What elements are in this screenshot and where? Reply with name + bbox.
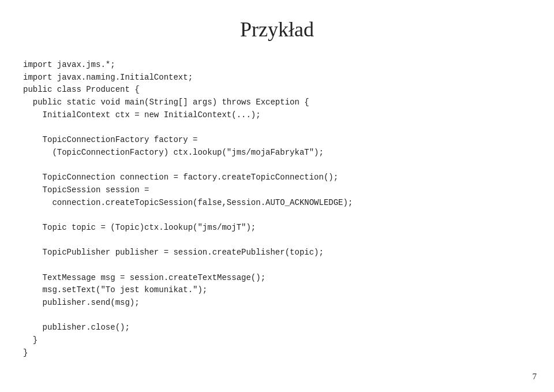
code-block: import javax.jms.*; import javax.naming.… xyxy=(17,59,537,360)
page-number: 7 xyxy=(533,372,537,382)
page-title: Przykład xyxy=(17,17,537,42)
page-container: Przykład import javax.jms.*; import java… xyxy=(0,0,554,392)
